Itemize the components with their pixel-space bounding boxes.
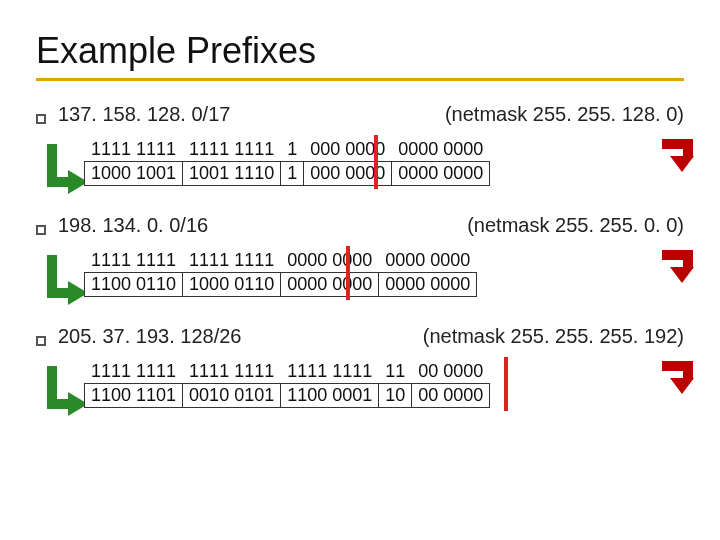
example-block: 137. 158. 128. 0/17 (netmask 255. 255. 1… [36, 103, 684, 186]
addr-cell: 1100 1101 [85, 384, 183, 408]
binary-table-wrap: 1111 11111111 11111111 11111100 00001100… [84, 360, 664, 408]
mask-cell: 1111 1111 [183, 249, 281, 273]
addr-cell: 1100 0110 [85, 273, 183, 297]
binary-table: 1111 11111111 11111000 00000000 00001000… [84, 138, 490, 186]
example-block: 198. 134. 0. 0/16 (netmask 255. 255. 0. … [36, 214, 684, 297]
mask-cell: 1111 1111 [183, 138, 281, 162]
example-headline: 205. 37. 193. 128/26 (netmask 255. 255. … [36, 325, 684, 348]
mask-cell: 0000 0000 [392, 138, 490, 162]
example-headline: 137. 158. 128. 0/17 (netmask 255. 255. 1… [36, 103, 684, 126]
binary-table: 1111 11111111 11110000 00000000 00001100… [84, 249, 477, 297]
mask-cell: 0000 0000 [379, 249, 477, 273]
mask-cell: 11 [379, 360, 412, 384]
page-title: Example Prefixes [36, 30, 684, 72]
netmask-text: (netmask 255. 255. 255. 192) [423, 325, 684, 348]
mask-cell: 1111 1111 [85, 138, 183, 162]
binary-table: 1111 11111111 11111111 11111100 00001100… [84, 360, 490, 408]
addr-cell: 1000 0110 [183, 273, 281, 297]
addr-cell: 0000 0000 [281, 273, 379, 297]
prefix-text: 137. 158. 128. 0/17 [58, 103, 230, 126]
mask-cell: 1111 1111 [85, 360, 183, 384]
arrow-out-icon [658, 132, 698, 172]
addr-cell: 000 0000 [304, 162, 392, 186]
addr-cell: 10 [379, 384, 412, 408]
prefix-text: 205. 37. 193. 128/26 [58, 325, 242, 348]
netmask-text: (netmask 255. 255. 128. 0) [445, 103, 684, 126]
mask-cell: 1111 1111 [183, 360, 281, 384]
addr-cell: 0010 0101 [183, 384, 281, 408]
prefix-boundary-bar [346, 246, 350, 300]
mask-cell: 1111 1111 [281, 360, 379, 384]
binary-table-wrap: 1111 11111111 11111000 00000000 00001000… [84, 138, 664, 186]
mask-cell: 00 0000 [412, 360, 490, 384]
mask-cell: 1 [281, 138, 304, 162]
prefix-boundary-bar [504, 357, 508, 411]
prefix-boundary-bar [374, 135, 378, 189]
prefix-text: 198. 134. 0. 0/16 [58, 214, 208, 237]
title-underline [36, 78, 684, 81]
arrow-out-icon [658, 243, 698, 283]
addr-cell: 00 0000 [412, 384, 490, 408]
example-block: 205. 37. 193. 128/26 (netmask 255. 255. … [36, 325, 684, 408]
addr-cell: 0000 0000 [379, 273, 477, 297]
bullet-icon [36, 225, 46, 235]
addr-cell: 0000 0000 [392, 162, 490, 186]
mask-cell: 0000 0000 [281, 249, 379, 273]
addr-cell: 1100 0001 [281, 384, 379, 408]
binary-table-wrap: 1111 11111111 11110000 00000000 00001100… [84, 249, 664, 297]
addr-cell: 1 [281, 162, 304, 186]
netmask-text: (netmask 255. 255. 0. 0) [467, 214, 684, 237]
bullet-icon [36, 114, 46, 124]
addr-cell: 1000 1001 [85, 162, 183, 186]
addr-cell: 1001 1110 [183, 162, 281, 186]
bullet-icon [36, 336, 46, 346]
example-headline: 198. 134. 0. 0/16 (netmask 255. 255. 0. … [36, 214, 684, 237]
mask-cell: 1111 1111 [85, 249, 183, 273]
arrow-out-icon [658, 354, 698, 394]
mask-cell: 000 0000 [304, 138, 392, 162]
